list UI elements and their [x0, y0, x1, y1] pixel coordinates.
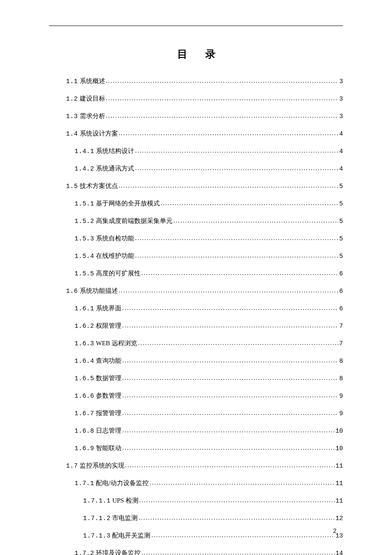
toc-entry-page: 7 — [339, 340, 343, 347]
toc-entry-number: 1.4 — [66, 130, 78, 137]
toc-entry-number: 1.6.3 — [75, 340, 94, 347]
toc-entry-number: 1.5.5 — [75, 270, 94, 277]
toc-entry: 1.4系统设计方案4 — [49, 130, 343, 138]
toc-entry-number: 1.5.4 — [75, 253, 94, 260]
toc-entry-label: 报警管理 — [96, 409, 121, 417]
toc-entry-label: 系统自检功能 — [96, 234, 134, 243]
toc-dot-leader — [173, 217, 338, 224]
toc-entry: 1.6.2权限管理7 — [49, 322, 343, 330]
toc-entry-page: 10 — [336, 428, 343, 434]
toc-entry: 1.1系统概述3 — [49, 77, 343, 85]
toc-entry-page: 5 — [339, 200, 343, 207]
toc-entry-page: 6 — [339, 270, 343, 277]
toc-dot-leader — [138, 515, 334, 521]
toc-entry-page: 5 — [339, 218, 343, 225]
toc-entry-label: 权限管理 — [96, 322, 121, 330]
toc-dot-leader — [125, 462, 335, 469]
toc-dot-leader — [106, 95, 339, 102]
toc-entry-page: 12 — [336, 515, 343, 522]
toc-entry: 1.6.1系统界面6 — [49, 304, 343, 312]
toc-dot-leader — [138, 340, 338, 347]
toc-dot-leader — [135, 165, 338, 172]
toc-entry-page: 4 — [339, 130, 343, 137]
toc-entry-label: 高集成度前端数据采集单元 — [96, 217, 173, 225]
toc-entry-label: 基于网络的全开放模式 — [96, 199, 160, 208]
toc-entry-label: 系统概述 — [80, 77, 105, 85]
toc-dot-leader — [135, 147, 338, 154]
toc-entry: 1.6.9智能联动10 — [49, 444, 343, 452]
toc-entry: 1.5.1基于网络的全开放模式5 — [49, 199, 343, 208]
toc-dot-leader — [119, 130, 339, 137]
toc-dot-leader — [141, 549, 335, 555]
toc-entry-number: 1.5.1 — [75, 200, 94, 207]
toc-dot-leader — [139, 497, 335, 504]
toc-dot-leader — [122, 445, 335, 451]
toc-entry-page: 11 — [336, 497, 343, 504]
toc-dot-leader — [122, 427, 335, 434]
toc-entry: 1.5.4在线维护功能5 — [49, 252, 343, 260]
toc-entry-page: 5 — [339, 235, 343, 242]
toc-entry-page: 3 — [339, 95, 343, 102]
toc-entry-label: WEB 远程浏览 — [96, 339, 137, 347]
toc-entry-page: 4 — [339, 165, 343, 172]
toc-entry-page: 10 — [336, 445, 343, 452]
toc-entry-number: 1.4.1 — [75, 148, 94, 155]
header-rule — [49, 26, 343, 26]
toc-entry: 1.4.2系统通讯方式4 — [49, 165, 343, 173]
toc-entry-number: 1.7 — [66, 462, 78, 469]
toc-entry-number: 1.7.1.1 — [83, 497, 110, 504]
toc-entry: 1.5.5高度的可扩展性6 — [49, 269, 343, 278]
toc-entry: 1.6.6参数管理9 — [49, 392, 343, 400]
toc-dot-leader — [122, 375, 338, 382]
toc-entry-number: 1.6.5 — [75, 375, 94, 382]
toc-entry-label: UPS 检测 — [112, 497, 138, 505]
toc-entry-page: 9 — [339, 393, 343, 399]
toc-entry-number: 1.6.8 — [75, 428, 94, 434]
toc-dot-leader — [151, 532, 334, 539]
toc-dot-leader — [106, 113, 339, 119]
toc-entry-label: 系统结构设计 — [96, 147, 134, 155]
toc-entry: 1.6.8日志管理10 — [49, 427, 343, 435]
toc-entry-number: 1.1 — [66, 78, 78, 85]
toc-entry-number: 1.6.4 — [75, 358, 94, 364]
toc-entry-label: 数据管理 — [96, 374, 121, 382]
toc-entry-number: 1.7.2 — [75, 550, 94, 555]
toc-entry: 1.5.3系统自检功能5 — [49, 234, 343, 243]
toc-entry: 1.7.1.3配电开关监测13 — [49, 532, 343, 540]
toc-entry-number: 1.2 — [66, 95, 78, 102]
toc-entry-number: 1.5 — [66, 183, 78, 190]
toc-entry-label: 技术方案优点 — [80, 182, 118, 190]
toc-entry: 1.5技术方案优点5 — [49, 182, 343, 190]
toc-entry-label: 建设目标 — [80, 95, 105, 103]
toc-dot-leader — [161, 200, 338, 207]
toc-entry-page: 5 — [339, 253, 343, 260]
toc-entry-label: 系统设计方案 — [80, 130, 118, 138]
toc-entry: 1.4.1系统结构设计4 — [49, 147, 343, 155]
toc-dot-leader — [122, 357, 338, 364]
toc-dot-leader — [135, 235, 338, 242]
toc-dot-leader — [122, 322, 338, 329]
table-of-contents: 1.1系统概述31.2建设目标31.3需求分析31.4系统设计方案41.4.1系… — [49, 77, 343, 555]
toc-entry-label: 监控系统的实现 — [80, 462, 124, 470]
toc-entry-label: 配电开关监测 — [112, 532, 150, 540]
page-number: 2 — [333, 528, 337, 535]
toc-entry-page: 6 — [339, 305, 343, 312]
toc-entry-page: 11 — [336, 462, 343, 469]
toc-entry-label: 系统界面 — [96, 304, 121, 312]
toc-dot-leader — [141, 270, 338, 277]
toc-entry-label: 查询功能 — [96, 357, 121, 365]
toc-entry: 1.7.1配电/动力设备监控11 — [49, 479, 343, 487]
toc-dot-leader — [122, 305, 338, 312]
toc-entry-number: 1.5.2 — [75, 218, 94, 225]
toc-dot-leader — [119, 287, 339, 294]
toc-entry-page: 4 — [339, 148, 343, 155]
toc-entry-label: 在线维护功能 — [96, 252, 134, 260]
toc-entry-number: 1.6.1 — [75, 305, 94, 312]
toc-title: 目 录 — [49, 47, 343, 61]
toc-entry-page: 5 — [339, 183, 343, 190]
toc-entry-page: 7 — [339, 323, 343, 330]
toc-entry-label: 市电监测 — [112, 514, 138, 522]
toc-entry-label: 配电/动力设备监控 — [96, 479, 149, 487]
toc-entry-page: 3 — [339, 113, 343, 120]
toc-entry-number: 1.6.2 — [75, 323, 94, 330]
